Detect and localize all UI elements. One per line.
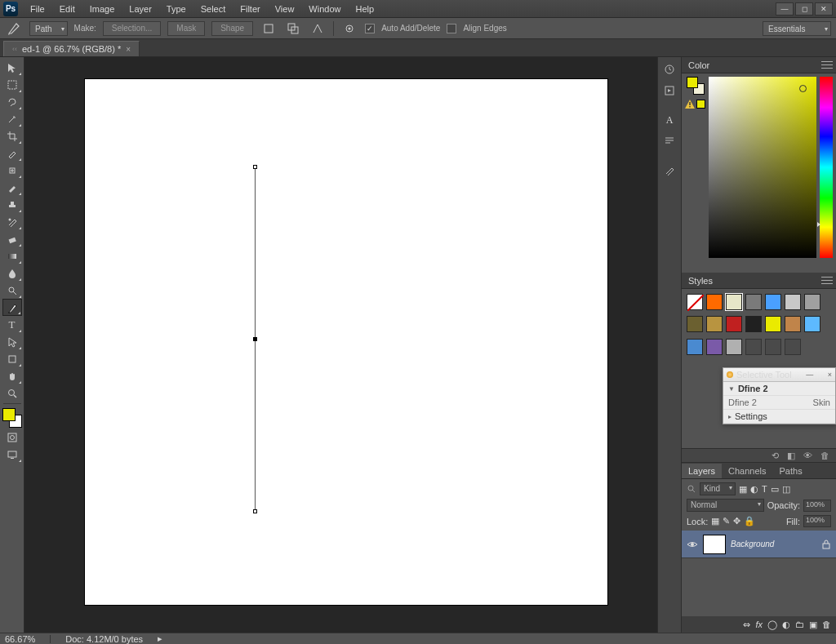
- magic-wand-tool[interactable]: [2, 110, 22, 127]
- style-swatch[interactable]: [706, 294, 723, 310]
- status-zoom[interactable]: 66.67%: [5, 634, 35, 644]
- layers-tab[interactable]: Layers: [682, 464, 722, 478]
- paragraph-panel-icon[interactable]: [660, 132, 679, 150]
- close-window-button[interactable]: ✕: [815, 2, 833, 16]
- menu-window[interactable]: Window: [301, 2, 348, 16]
- move-tool[interactable]: [2, 59, 22, 76]
- eyedropper-tool[interactable]: [2, 144, 22, 162]
- eye-icon[interactable]: 👁: [803, 451, 812, 460]
- style-swatch[interactable]: [706, 316, 723, 332]
- actions-panel-icon[interactable]: [660, 82, 679, 100]
- style-swatch[interactable]: [745, 339, 762, 355]
- hue-indicator[interactable]: [817, 222, 820, 227]
- path-op-new-icon[interactable]: [260, 20, 278, 37]
- filter-smart-icon[interactable]: ◫: [782, 484, 790, 495]
- style-swatch[interactable]: [765, 339, 781, 355]
- add-mask-icon[interactable]: ◯: [767, 620, 777, 630]
- filter-kind-dropdown[interactable]: Kind: [700, 482, 736, 495]
- selective-row-settings[interactable]: ▸Settings: [723, 410, 835, 424]
- healing-tool[interactable]: [2, 162, 22, 179]
- selective-row-dfine[interactable]: ▼Dfine 2: [723, 382, 835, 396]
- new-adjustment-icon[interactable]: ◐: [782, 620, 790, 630]
- layer-thumbnail[interactable]: [703, 535, 726, 554]
- menu-filter[interactable]: Filter: [233, 2, 267, 16]
- path-align-icon[interactable]: [309, 20, 327, 37]
- color-panel-tab[interactable]: Color: [682, 57, 836, 73]
- layer-fx-icon[interactable]: fx: [755, 620, 763, 629]
- auto-add-delete-checkbox[interactable]: [365, 24, 375, 33]
- path-select-tool[interactable]: [2, 333, 22, 350]
- link-layers-icon[interactable]: ⇔: [743, 620, 750, 630]
- menu-edit[interactable]: Edit: [52, 2, 82, 16]
- menu-file[interactable]: File: [23, 2, 52, 16]
- selective-tool-titlebar[interactable]: Selective Tool — ×: [723, 368, 835, 382]
- screen-mode-toggle[interactable]: [2, 446, 22, 463]
- filter-type-icon[interactable]: T: [762, 484, 767, 494]
- lock-transparency-icon[interactable]: ▦: [711, 516, 719, 526]
- color-panel-menu-icon[interactable]: [821, 60, 833, 69]
- marquee-tool[interactable]: [2, 76, 22, 93]
- style-swatch[interactable]: [706, 339, 723, 355]
- type-tool[interactable]: T: [2, 316, 22, 333]
- menu-layer[interactable]: Layer: [122, 2, 159, 16]
- new-layer-icon[interactable]: ▣: [809, 620, 817, 630]
- selective-minimize-icon[interactable]: —: [806, 371, 813, 379]
- clip-icon[interactable]: ◧: [787, 451, 795, 461]
- visibility-eye-icon[interactable]: [687, 539, 698, 550]
- workspace-dropdown[interactable]: Essentials: [763, 21, 831, 36]
- style-swatch[interactable]: [687, 339, 703, 355]
- paths-tab[interactable]: Paths: [773, 464, 809, 478]
- sv-indicator[interactable]: [799, 85, 807, 92]
- style-swatch[interactable]: [745, 316, 762, 332]
- dodge-tool[interactable]: [2, 282, 22, 299]
- filter-adjust-icon[interactable]: ◐: [750, 484, 758, 495]
- brush-tool[interactable]: [2, 179, 22, 196]
- style-swatch[interactable]: [804, 316, 820, 332]
- history-panel-icon[interactable]: [660, 60, 679, 78]
- canvas-area[interactable]: [24, 57, 657, 633]
- character-panel-icon[interactable]: A: [660, 111, 679, 129]
- layer-row-background[interactable]: Background: [682, 531, 836, 558]
- style-swatch[interactable]: [765, 316, 781, 332]
- menu-type[interactable]: Type: [159, 2, 193, 16]
- document-tab[interactable]: ‹‹ ed-1 @ 66.7% (RGB/8) * ×: [3, 41, 140, 56]
- eraser-tool[interactable]: [2, 230, 22, 247]
- filter-pixel-icon[interactable]: ▦: [739, 484, 747, 495]
- menu-select[interactable]: Select: [193, 2, 233, 16]
- lock-all-icon[interactable]: 🔒: [744, 516, 755, 526]
- selective-close-icon[interactable]: ×: [828, 371, 832, 379]
- layer-name[interactable]: Background: [731, 540, 774, 549]
- anchor-point-bottom[interactable]: [253, 509, 257, 513]
- maximize-button[interactable]: ◻: [795, 2, 813, 16]
- trash-small-icon[interactable]: 🗑: [820, 451, 829, 460]
- style-swatch[interactable]: [726, 339, 742, 355]
- style-swatch[interactable]: [785, 316, 801, 332]
- foreground-background-swatch[interactable]: [2, 407, 23, 429]
- style-swatch[interactable]: [687, 294, 703, 310]
- delete-layer-icon[interactable]: 🗑: [822, 620, 831, 629]
- hand-tool[interactable]: [2, 367, 22, 384]
- gear-icon[interactable]: [340, 20, 358, 37]
- pen-tool[interactable]: [2, 299, 22, 316]
- hue-slider[interactable]: [820, 77, 833, 258]
- websafe-swatch[interactable]: [696, 100, 705, 109]
- gamut-warning-icon[interactable]: [685, 100, 695, 109]
- make-selection-button[interactable]: Selection...: [103, 21, 161, 36]
- path-op-combine-icon[interactable]: [284, 20, 302, 37]
- pen-tool-indicator[interactable]: [5, 20, 23, 38]
- style-swatch[interactable]: [765, 294, 781, 310]
- reset-icon[interactable]: ⟲: [772, 451, 779, 461]
- anchor-point-middle[interactable]: [253, 337, 257, 341]
- blend-mode-dropdown[interactable]: Normal: [687, 499, 764, 512]
- style-swatch[interactable]: [785, 339, 801, 355]
- channels-tab[interactable]: Channels: [722, 464, 772, 478]
- history-brush-tool[interactable]: [2, 213, 22, 230]
- status-arrow-icon[interactable]: ▸: [158, 633, 162, 644]
- document-canvas[interactable]: [85, 79, 607, 605]
- make-shape-button[interactable]: Shape: [211, 21, 253, 36]
- anchor-point-top[interactable]: [253, 165, 257, 169]
- crop-tool[interactable]: [2, 127, 22, 144]
- color-swatch-pair[interactable]: [687, 77, 705, 95]
- quick-mask-toggle[interactable]: [2, 429, 22, 446]
- styles-panel-menu-icon[interactable]: [821, 275, 833, 285]
